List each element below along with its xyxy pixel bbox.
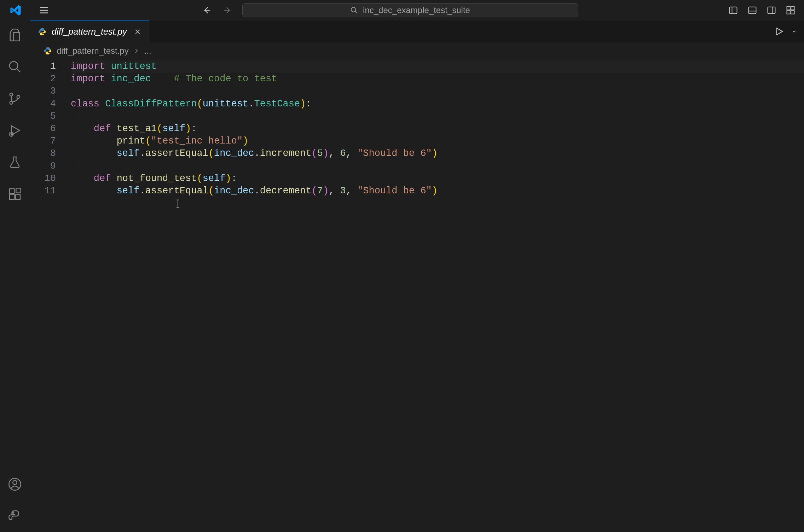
code-editor[interactable]: 1 2 3 4 5 6 7 8 9 10 11 import unittest … <box>30 59 804 532</box>
chevron-right-icon <box>133 47 140 54</box>
tab-bar: diff_pattern_test.py <box>30 21 804 42</box>
svg-point-15 <box>10 62 18 70</box>
run-debug-icon[interactable] <box>6 122 24 139</box>
code-line[interactable]: import inc_dec # The code to test <box>71 73 804 85</box>
run-dropdown-icon[interactable] <box>791 29 797 34</box>
line-number: 3 <box>30 85 56 98</box>
svg-point-17 <box>10 93 13 96</box>
svg-rect-12 <box>791 7 794 10</box>
svg-point-31 <box>12 512 13 513</box>
svg-rect-27 <box>16 195 20 199</box>
svg-rect-13 <box>787 11 790 14</box>
editor-actions <box>774 21 804 42</box>
breadcrumb[interactable]: diff_pattern_test.py ... <box>30 42 804 59</box>
svg-rect-7 <box>749 7 756 14</box>
svg-point-18 <box>10 101 13 104</box>
source-control-icon[interactable] <box>6 90 24 107</box>
toggle-primary-sidebar-icon[interactable] <box>727 4 740 17</box>
line-number: 11 <box>30 185 56 197</box>
svg-point-3 <box>351 7 356 12</box>
line-number: 4 <box>30 98 56 110</box>
code-line[interactable]: self.assertEqual(inc_dec.increment(5), 6… <box>71 147 804 160</box>
line-number: 9 <box>30 160 56 173</box>
svg-rect-26 <box>10 195 14 199</box>
tab-filename: diff_pattern_test.py <box>52 27 127 37</box>
svg-rect-11 <box>787 7 790 10</box>
line-number: 5 <box>30 110 56 123</box>
line-number: 6 <box>30 123 56 135</box>
customize-layout-icon[interactable] <box>784 4 797 17</box>
accounts-icon[interactable] <box>6 475 24 493</box>
line-number: 2 <box>30 73 56 85</box>
svg-point-30 <box>13 480 17 485</box>
code-line[interactable]: import unittest <box>71 60 804 73</box>
explorer-icon[interactable] <box>6 26 24 44</box>
python-file-icon <box>37 27 47 36</box>
line-number-gutter: 1 2 3 4 5 6 7 8 9 10 11 <box>30 59 71 532</box>
line-number: 10 <box>30 173 56 185</box>
toggle-secondary-sidebar-icon[interactable] <box>765 4 778 17</box>
vscode-logo-icon <box>8 3 23 17</box>
svg-rect-14 <box>791 11 794 14</box>
svg-rect-28 <box>16 188 21 193</box>
code-line[interactable] <box>71 85 804 98</box>
code-line[interactable]: self.assertEqual(inc_dec.decrement(7), 3… <box>71 185 804 197</box>
title-bar: inc_dec_example_test_suite <box>0 0 804 21</box>
nav-back-icon[interactable] <box>200 3 214 17</box>
code-line[interactable] <box>71 160 804 173</box>
search-icon[interactable] <box>6 58 24 76</box>
toggle-panel-icon[interactable] <box>746 4 759 17</box>
svg-rect-25 <box>10 189 14 193</box>
code-line[interactable] <box>71 110 804 123</box>
svg-line-4 <box>355 11 357 13</box>
command-center[interactable]: inc_dec_example_test_suite <box>242 3 578 17</box>
run-file-icon[interactable] <box>774 27 784 36</box>
text-cursor-icon <box>175 199 181 208</box>
editor-area: diff_pattern_test.py diff_pattern_test.p… <box>30 21 804 532</box>
extensions-icon[interactable] <box>6 185 24 203</box>
python-file-icon <box>43 46 52 55</box>
line-number: 8 <box>30 147 56 160</box>
code-line[interactable]: def test_a1(self): <box>71 123 804 135</box>
layout-controls <box>727 4 797 17</box>
svg-line-23 <box>10 132 10 133</box>
menu-icon[interactable] <box>37 3 51 17</box>
svg-line-24 <box>12 132 13 133</box>
svg-point-19 <box>17 95 20 98</box>
svg-rect-9 <box>768 7 775 14</box>
nav-forward-icon[interactable] <box>220 3 235 17</box>
code-content[interactable]: import unittest import inc_dec # The cod… <box>71 59 804 532</box>
editor-tab[interactable]: diff_pattern_test.py <box>30 21 149 42</box>
code-line[interactable]: class ClassDiffPattern(unittest.TestCase… <box>71 98 804 110</box>
svg-rect-5 <box>730 7 737 14</box>
svg-line-16 <box>17 69 20 72</box>
testing-icon[interactable] <box>6 153 24 171</box>
command-center-text: inc_dec_example_test_suite <box>363 5 470 15</box>
nav-arrows <box>200 3 235 17</box>
activity-bar <box>0 21 30 532</box>
code-line[interactable]: print("test_inc hello") <box>71 135 804 147</box>
python-env-icon[interactable] <box>6 507 24 525</box>
close-tab-icon[interactable] <box>134 28 141 35</box>
code-line[interactable]: def not_found_test(self): <box>71 173 804 185</box>
line-number: 7 <box>30 135 56 147</box>
line-number: 1 <box>30 60 56 73</box>
breadcrumb-ellipsis[interactable]: ... <box>144 46 151 56</box>
breadcrumb-file: diff_pattern_test.py <box>57 46 129 56</box>
